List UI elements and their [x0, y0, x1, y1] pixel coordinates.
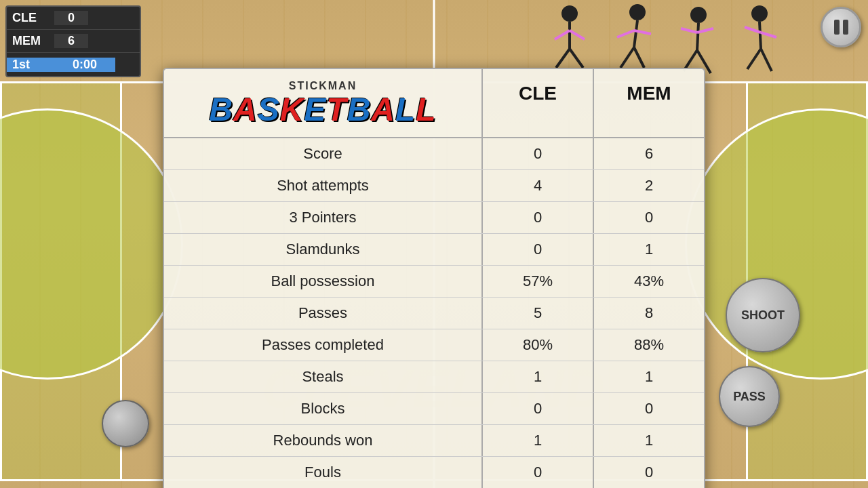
stat-label: Rebounds won: [164, 425, 483, 456]
shoot-label: SHOOT: [741, 308, 785, 323]
pass-button[interactable]: PASS: [719, 366, 780, 427]
svg-line-2: [555, 30, 570, 39]
stat-mem-value: 8: [594, 298, 704, 329]
pause-bar-right: [843, 20, 848, 35]
stat-mem-value: 1: [594, 234, 704, 265]
svg-line-15: [697, 28, 713, 33]
team2-score-row: MEM 6: [7, 30, 140, 53]
svg-line-11: [634, 47, 644, 68]
svg-line-4: [556, 49, 570, 68]
game-logo: STICKMAN BASKETBALL: [209, 80, 436, 126]
stat-row: Ball possession57%43%: [164, 266, 704, 298]
pause-icon: [834, 20, 848, 35]
svg-line-22: [747, 49, 761, 69]
stickman-logo-label: STICKMAN: [209, 80, 436, 92]
svg-line-8: [617, 30, 634, 37]
stat-row: Fouls00: [164, 457, 704, 488]
game-time: 0:00: [54, 58, 115, 72]
svg-point-0: [561, 5, 578, 22]
stat-label: Score: [164, 138, 483, 169]
stats-body: Score06Shot attempts423 Pointers00Slamdu…: [164, 138, 704, 488]
team1-score: 0: [54, 11, 88, 25]
svg-line-23: [761, 49, 772, 71]
stat-cle-value: 80%: [483, 329, 594, 361]
stat-mem-value: 88%: [594, 329, 704, 361]
pause-bar-left: [834, 20, 840, 35]
stat-cle-value: 4: [483, 170, 594, 201]
stat-label: Fouls: [164, 457, 483, 488]
basketball-logo-label: BASKETBALL: [209, 94, 436, 126]
pass-label: PASS: [733, 390, 766, 404]
team2-label: MEM: [7, 34, 54, 48]
stat-cle-value: 0: [483, 234, 594, 265]
svg-line-10: [620, 47, 634, 68]
stat-row: Rebounds won11: [164, 425, 704, 457]
svg-line-7: [634, 20, 637, 47]
stat-cle-value: 5: [483, 298, 594, 329]
stat-row: Passes58: [164, 298, 704, 329]
stat-mem-value: 0: [594, 202, 704, 233]
stat-label: Steals: [164, 361, 483, 392]
scoreboard: CLE 0 MEM 6 1st 0:00: [5, 5, 141, 77]
svg-point-12: [690, 7, 707, 23]
stat-row: 3 Pointers00: [164, 202, 704, 234]
stat-mem-value: 2: [594, 170, 704, 201]
svg-line-20: [745, 27, 761, 33]
stat-mem-value: 0: [594, 457, 704, 488]
pause-button[interactable]: [821, 7, 861, 47]
stat-row: Blocks00: [164, 393, 704, 425]
shoot-button[interactable]: SHOOT: [726, 278, 800, 352]
left-three-point-arc: [0, 108, 183, 380]
svg-line-5: [570, 49, 583, 68]
modal-header: STICKMAN BASKETBALL CLE MEM: [164, 69, 704, 138]
period-label: 1st: [7, 58, 54, 72]
team2-score: 6: [54, 34, 88, 48]
svg-line-13: [697, 23, 698, 50]
logo-cell: STICKMAN BASKETBALL: [164, 69, 483, 137]
stat-row: Steals11: [164, 361, 704, 393]
stat-cle-value: 1: [483, 425, 594, 456]
team1-label: CLE: [7, 11, 54, 25]
team1-header: CLE: [483, 69, 594, 137]
stat-cle-value: 1: [483, 361, 594, 392]
stat-label: Passes: [164, 298, 483, 329]
stat-mem-value: 1: [594, 425, 704, 456]
stat-cle-value: 0: [483, 202, 594, 233]
stat-cle-value: 57%: [483, 266, 594, 297]
stat-row: Shot attempts42: [164, 170, 704, 202]
dpad-circle[interactable]: [102, 400, 149, 447]
stats-modal: STICKMAN BASKETBALL CLE MEM Score06Shot …: [163, 68, 705, 488]
stat-cle-value: 0: [483, 457, 594, 488]
stat-label: 3 Pointers: [164, 202, 483, 233]
dpad-control[interactable]: [102, 400, 149, 447]
stat-mem-value: 1: [594, 361, 704, 392]
stat-label: Blocks: [164, 393, 483, 424]
svg-line-3: [570, 30, 585, 39]
stat-row: Score06: [164, 138, 704, 170]
team1-score-row: CLE 0: [7, 7, 140, 30]
stat-cle-value: 0: [483, 138, 594, 169]
stat-label: Ball possession: [164, 266, 483, 297]
stat-mem-value: 43%: [594, 266, 704, 297]
svg-line-19: [760, 22, 761, 49]
svg-line-14: [681, 28, 697, 33]
svg-point-6: [629, 4, 646, 20]
svg-line-21: [761, 33, 776, 37]
stat-row: Slamdunks01: [164, 234, 704, 266]
stat-cle-value: 0: [483, 393, 594, 424]
stat-row: Passes completed80%88%: [164, 329, 704, 361]
stat-label: Shot attempts: [164, 170, 483, 201]
stat-label: Slamdunks: [164, 234, 483, 265]
period-time-row: 1st 0:00: [7, 53, 140, 76]
stat-label: Passes completed: [164, 329, 483, 361]
team2-header: MEM: [594, 69, 704, 137]
stat-mem-value: 6: [594, 138, 704, 169]
stat-mem-value: 0: [594, 393, 704, 424]
svg-point-18: [751, 5, 768, 22]
